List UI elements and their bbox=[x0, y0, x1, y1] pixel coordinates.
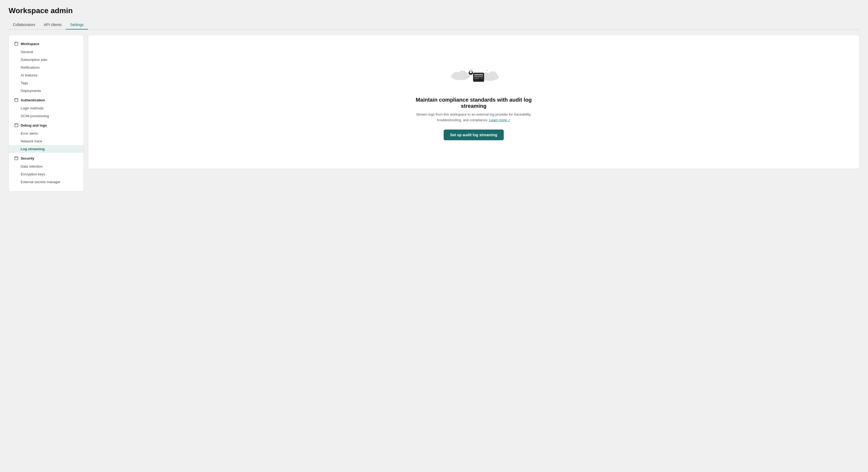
svg-rect-21 bbox=[474, 74, 483, 75]
svg-point-27 bbox=[471, 69, 473, 70]
security-section-icon bbox=[14, 156, 19, 160]
setup-audit-log-streaming-button[interactable]: Set up audit log streaming bbox=[444, 129, 504, 140]
tab-settings[interactable]: Settings bbox=[66, 20, 88, 30]
main-content: Maintain compliance standards with audit… bbox=[88, 35, 860, 169]
empty-state-illustration bbox=[447, 64, 500, 90]
sidebar-section-workspace: Workspace General Subscription plan Noti… bbox=[9, 39, 84, 95]
sidebar-item-general[interactable]: General bbox=[9, 48, 84, 56]
svg-point-26 bbox=[470, 71, 472, 73]
svg-point-28 bbox=[487, 70, 488, 71]
svg-rect-22 bbox=[474, 76, 483, 77]
sidebar-item-ai-features[interactable]: AI features bbox=[9, 71, 84, 79]
sidebar-section-header-authentication: Authentication bbox=[9, 96, 84, 104]
sidebar-section-header-debug-logs: Debug and logs bbox=[9, 121, 84, 129]
sidebar-item-log-streaming[interactable]: Log streaming bbox=[9, 145, 84, 153]
sidebar-item-encryption-keys[interactable]: Encryption keys bbox=[9, 170, 84, 178]
sidebar-section-header-workspace: Workspace bbox=[9, 39, 84, 48]
sidebar-section-header-security: Security bbox=[9, 154, 84, 162]
sidebar-section-debug-logs: Debug and logs Error alerts Network trac… bbox=[9, 121, 84, 153]
learn-more-link[interactable]: Learn more bbox=[489, 118, 510, 122]
sidebar-item-scim-provisioning[interactable]: SCIM provisioning bbox=[9, 112, 84, 120]
svg-rect-3 bbox=[15, 98, 18, 102]
sidebar-item-tags[interactable]: Tags bbox=[9, 79, 84, 87]
sidebar-item-login-methods[interactable]: Login methods bbox=[9, 104, 84, 112]
authentication-section-label: Authentication bbox=[21, 98, 45, 102]
empty-state-title: Maintain compliance standards with audit… bbox=[404, 97, 544, 109]
empty-state: Maintain compliance standards with audit… bbox=[404, 64, 544, 140]
sidebar-item-external-secrets-manager[interactable]: External secrets manager bbox=[9, 178, 84, 186]
workspace-section-label: Workspace bbox=[21, 42, 39, 46]
tabs-bar: Collaborators API clients Settings bbox=[8, 20, 860, 30]
sidebar: Workspace General Subscription plan Noti… bbox=[8, 35, 84, 191]
svg-rect-0 bbox=[15, 42, 18, 45]
page-wrapper: Workspace admin Collaborators API client… bbox=[0, 0, 868, 472]
svg-rect-6 bbox=[15, 124, 18, 127]
workspace-section-icon bbox=[14, 41, 19, 46]
tab-api-clients[interactable]: API clients bbox=[39, 20, 66, 30]
sidebar-item-data-retention[interactable]: Data retention bbox=[9, 162, 84, 170]
sidebar-item-network-trace[interactable]: Network trace bbox=[9, 137, 84, 145]
sidebar-item-error-alerts[interactable]: Error alerts bbox=[9, 129, 84, 137]
svg-point-14 bbox=[458, 71, 467, 78]
svg-point-24 bbox=[481, 78, 482, 79]
content-area: Workspace General Subscription plan Noti… bbox=[8, 35, 860, 191]
svg-point-17 bbox=[489, 71, 497, 78]
security-section-label: Security bbox=[21, 156, 34, 160]
empty-state-description: Stream logs from this workspace to an ex… bbox=[404, 112, 544, 123]
authentication-section-icon bbox=[14, 98, 19, 102]
svg-rect-9 bbox=[15, 157, 18, 160]
sidebar-item-deployments[interactable]: Deployments bbox=[9, 87, 84, 95]
sidebar-section-security: Security Data retention Encryption keys … bbox=[9, 154, 84, 186]
tab-collaborators[interactable]: Collaborators bbox=[8, 20, 39, 30]
sidebar-item-subscription-plan[interactable]: Subscription plan bbox=[9, 56, 84, 64]
sidebar-section-authentication: Authentication Login methods SCIM provis… bbox=[9, 96, 84, 120]
page-title: Workspace admin bbox=[8, 6, 860, 15]
svg-rect-23 bbox=[474, 78, 479, 79]
debug-logs-section-icon bbox=[14, 123, 19, 127]
sidebar-item-notifications[interactable]: Notifications bbox=[9, 64, 84, 71]
debug-logs-section-label: Debug and logs bbox=[21, 123, 47, 127]
